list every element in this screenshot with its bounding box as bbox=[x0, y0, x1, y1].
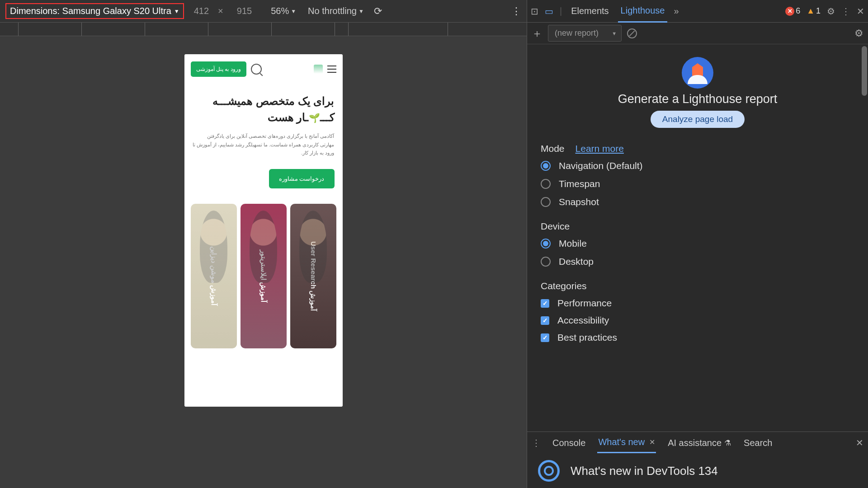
more-vert-icon[interactable]: ⋮ bbox=[841, 6, 850, 17]
course-card[interactable]: آموزش موشن دیزاین bbox=[191, 204, 237, 348]
hero-section: برای یک متخصص همیشـــه کـــ🌱ـار هست آکاد… bbox=[184, 84, 343, 197]
course-cards: آموزش User Research آموزش ایلاستریتور آم… bbox=[184, 197, 343, 348]
more-vert-icon[interactable]: ⋮ bbox=[532, 437, 541, 448]
whats-new-heading: What's new in DevTools 134 bbox=[571, 464, 718, 478]
drawer-content: What's new in DevTools 134 bbox=[527, 454, 868, 488]
radio-icon bbox=[541, 179, 551, 189]
dimensions-dropdown[interactable]: Dimensions: Samsung Galaxy S20 Ultra ▼ bbox=[5, 3, 184, 19]
device-toggle-icon[interactable]: ▭ bbox=[545, 6, 553, 17]
category-bestpractices-checkbox[interactable]: ✓Best practices bbox=[541, 332, 854, 343]
mode-snapshot-radio[interactable]: Snapshot bbox=[541, 197, 854, 207]
new-report-icon[interactable]: ＋ bbox=[532, 26, 542, 41]
scrollbar[interactable] bbox=[862, 46, 867, 96]
category-accessibility-checkbox[interactable]: ✓Accessibility bbox=[541, 315, 854, 326]
error-icon: ✕ bbox=[785, 7, 794, 16]
category-performance-checkbox[interactable]: ✓Performance bbox=[541, 298, 854, 309]
lighthouse-panel: Generate a Lighthouse report Analyze pag… bbox=[527, 44, 868, 432]
viewport-width-input[interactable]: 412 bbox=[194, 6, 209, 16]
course-card[interactable]: آموزش User Research bbox=[290, 204, 336, 348]
chevron-down-icon: ▼ bbox=[174, 8, 179, 14]
gear-icon[interactable]: ⚙ bbox=[854, 28, 863, 39]
tab-ai-assistance[interactable]: AI assistance ⚗ bbox=[667, 433, 732, 453]
more-tabs-icon[interactable]: » bbox=[674, 6, 679, 16]
tab-whats-new[interactable]: What's new ✕ bbox=[597, 432, 656, 453]
warning-icon: ▲ bbox=[807, 6, 815, 16]
drawer-tabbar: ⋮ Console What's new ✕ AI assistance ⚗ S… bbox=[527, 432, 868, 454]
chevron-down-icon: ▼ bbox=[291, 8, 296, 14]
categories-label: Categories bbox=[541, 281, 587, 291]
zoom-dropdown[interactable]: 56% ▼ bbox=[271, 6, 296, 16]
consult-button[interactable]: درخواست مشاوره bbox=[269, 169, 335, 188]
course-card[interactable]: آموزش ایلاستریتور bbox=[241, 204, 287, 348]
checkbox-icon: ✓ bbox=[541, 299, 549, 308]
checkbox-icon: ✓ bbox=[541, 316, 549, 325]
close-icon[interactable]: ✕ bbox=[857, 6, 864, 17]
tab-search[interactable]: Search bbox=[743, 433, 773, 453]
tab-lighthouse[interactable]: Lighthouse bbox=[618, 0, 668, 23]
lighthouse-toolbar: ＋ (new report) ▼ ⚙ bbox=[527, 23, 868, 44]
device-viewport: ورود به پنل آموزشی برای یک متخصص همیشـــ… bbox=[0, 36, 527, 488]
rotate-icon[interactable]: ⟳ bbox=[374, 5, 382, 17]
device-desktop-radio[interactable]: Desktop bbox=[541, 256, 854, 267]
radio-icon bbox=[541, 197, 551, 207]
flask-icon: ⚗ bbox=[724, 438, 731, 448]
site-logo[interactable] bbox=[314, 65, 323, 74]
mode-label: Mode bbox=[541, 143, 565, 154]
tab-elements[interactable]: Elements bbox=[568, 0, 611, 22]
tab-console[interactable]: Console bbox=[552, 433, 586, 453]
drawer: ⋮ Console What's new ✕ AI assistance ⚗ S… bbox=[527, 432, 868, 488]
clear-icon[interactable] bbox=[627, 28, 637, 38]
dimensions-label: Dimensions: Samsung Galaxy S20 Ultra bbox=[10, 6, 171, 16]
device-toolbar: Dimensions: Samsung Galaxy S20 Ultra ▼ 4… bbox=[0, 0, 527, 23]
site-header: ورود به پنل آموزشی bbox=[184, 54, 343, 84]
radio-icon bbox=[541, 239, 551, 249]
throttle-dropdown[interactable]: No throttling ▼ bbox=[308, 6, 364, 16]
lighthouse-title: Generate a Lighthouse report bbox=[541, 92, 854, 106]
chrome-icon bbox=[538, 460, 560, 482]
login-button[interactable]: ورود به پنل آموزشی bbox=[191, 61, 246, 77]
error-count[interactable]: ✕6 bbox=[785, 6, 800, 16]
mode-navigation-radio[interactable]: Navigation (Default) bbox=[541, 160, 854, 171]
chevron-down-icon: ▼ bbox=[359, 8, 364, 14]
radio-icon bbox=[541, 257, 551, 267]
leaf-icon: 🌱 bbox=[309, 113, 320, 123]
radio-icon bbox=[541, 161, 551, 171]
learn-more-link[interactable]: Learn more bbox=[576, 143, 624, 154]
phone-frame[interactable]: ورود به پنل آموزشی برای یک متخصص همیشـــ… bbox=[184, 54, 343, 407]
hero-description: آکادمی آمانج با برگزاری دوره‌های تخصصی آ… bbox=[193, 132, 335, 157]
chevron-down-icon: ▼ bbox=[612, 31, 617, 36]
hero-title: برای یک متخصص همیشـــه کـــ🌱ـار هست bbox=[193, 93, 335, 126]
close-tab-icon[interactable]: ✕ bbox=[649, 438, 655, 446]
mode-timespan-radio[interactable]: Timespan bbox=[541, 178, 854, 189]
more-vert-icon[interactable]: ⋮ bbox=[511, 5, 521, 17]
hamburger-icon[interactable] bbox=[327, 66, 336, 73]
ruler bbox=[0, 23, 527, 36]
dimension-separator: × bbox=[218, 6, 223, 16]
devtools-tabbar: ⊡ ▭ | Elements Lighthouse » ✕6 ▲1 ⚙ ⋮ ✕ bbox=[527, 0, 868, 23]
device-mobile-radio[interactable]: Mobile bbox=[541, 238, 854, 249]
inspect-icon[interactable]: ⊡ bbox=[531, 6, 538, 17]
viewport-height-input[interactable]: 915 bbox=[237, 6, 252, 16]
search-icon[interactable] bbox=[251, 64, 262, 75]
warning-count[interactable]: ▲1 bbox=[807, 6, 821, 16]
gear-icon[interactable]: ⚙ bbox=[827, 6, 835, 17]
lighthouse-logo-icon bbox=[682, 57, 713, 89]
analyze-button[interactable]: Analyze page load bbox=[651, 111, 745, 128]
device-label: Device bbox=[541, 221, 570, 232]
close-icon[interactable]: ✕ bbox=[856, 437, 863, 448]
report-dropdown[interactable]: (new report) ▼ bbox=[548, 25, 622, 42]
checkbox-icon: ✓ bbox=[541, 333, 549, 342]
